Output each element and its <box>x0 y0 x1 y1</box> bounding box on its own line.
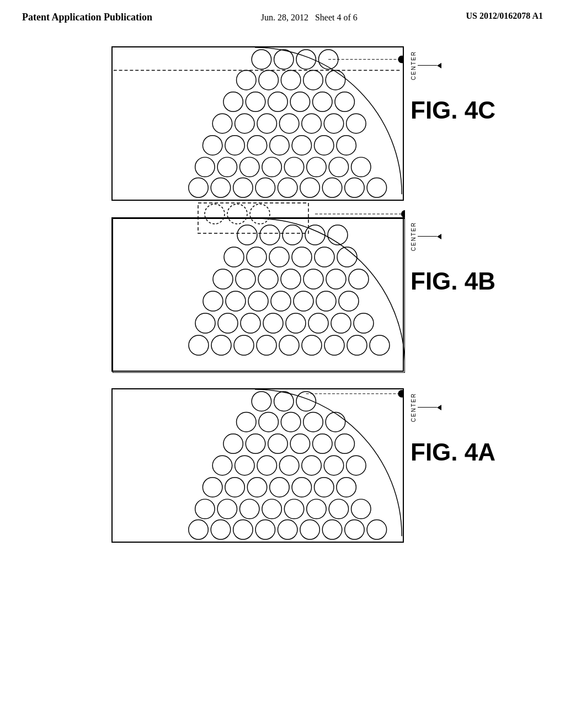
svg-point-77 <box>316 291 336 311</box>
svg-point-135 <box>211 520 230 539</box>
svg-point-117 <box>324 456 343 475</box>
publication-date: Jun. 28, 2012 Sheet 4 of 6 <box>261 11 358 24</box>
svg-point-142 <box>367 520 386 539</box>
svg-point-128 <box>239 499 259 518</box>
fig-4b-label: FIG. 4B <box>411 267 495 295</box>
svg-point-37 <box>351 157 371 176</box>
svg-point-122 <box>270 478 289 497</box>
svg-point-87 <box>189 335 209 355</box>
figure-4c-svg <box>113 47 403 200</box>
svg-point-63 <box>315 247 334 267</box>
svg-point-94 <box>347 335 367 355</box>
svg-point-83 <box>286 313 306 333</box>
svg-point-118 <box>347 456 366 475</box>
figure-4b-row: CENTER FIG. 4B <box>67 217 498 372</box>
svg-point-56 <box>282 225 302 245</box>
svg-point-98 <box>252 392 271 411</box>
svg-point-112 <box>212 456 232 475</box>
fig-4c-labels: CENTER FIG. 4C <box>411 46 495 124</box>
svg-point-11 <box>246 92 265 111</box>
svg-point-54 <box>237 225 257 245</box>
arrow-line-4a <box>418 407 437 408</box>
svg-point-27 <box>292 136 311 155</box>
svg-point-84 <box>308 313 328 333</box>
center-indicator-4c: CENTER <box>411 51 495 80</box>
svg-point-62 <box>292 247 312 267</box>
svg-point-8 <box>303 70 323 89</box>
svg-point-95 <box>370 335 390 355</box>
svg-point-50 <box>205 204 225 224</box>
svg-point-91 <box>279 335 299 355</box>
figure-4b-box <box>111 217 404 372</box>
svg-point-33 <box>262 157 281 176</box>
center-text-4b: CENTER <box>411 222 417 251</box>
svg-point-120 <box>225 478 244 497</box>
svg-point-115 <box>279 456 299 475</box>
svg-point-35 <box>307 157 326 176</box>
svg-point-86 <box>354 313 374 333</box>
figure-4a-box <box>111 388 404 543</box>
svg-point-51 <box>227 204 247 224</box>
svg-point-2 <box>274 50 294 69</box>
svg-point-15 <box>335 92 354 111</box>
svg-point-125 <box>337 478 356 497</box>
svg-point-38 <box>189 178 208 197</box>
svg-point-30 <box>195 157 215 176</box>
svg-point-26 <box>270 136 289 155</box>
figures-container: CENTER FIG. 4C <box>0 30 565 554</box>
svg-point-14 <box>313 92 332 111</box>
svg-point-80 <box>218 313 238 333</box>
svg-point-103 <box>281 412 300 431</box>
svg-point-76 <box>294 291 313 311</box>
svg-point-104 <box>303 412 323 431</box>
svg-point-18 <box>257 114 276 133</box>
svg-point-124 <box>315 478 334 497</box>
svg-point-89 <box>234 335 254 355</box>
svg-point-137 <box>255 520 275 539</box>
svg-point-106 <box>223 434 243 453</box>
svg-point-43 <box>300 178 319 197</box>
svg-point-61 <box>269 247 289 267</box>
arrow-head-4c <box>437 63 441 68</box>
svg-point-39 <box>211 178 230 197</box>
figure-4c-box <box>111 46 404 201</box>
svg-point-1 <box>252 50 271 69</box>
svg-point-55 <box>260 225 280 245</box>
center-text-4a: CENTER <box>411 393 417 422</box>
svg-point-133 <box>351 499 371 518</box>
svg-point-141 <box>345 520 364 539</box>
fig-4a-labels: CENTER FIG. 4A <box>411 388 495 466</box>
arrow-head-4a <box>437 405 441 410</box>
svg-point-10 <box>223 92 243 111</box>
center-text-4c: CENTER <box>411 51 417 80</box>
svg-point-123 <box>292 478 311 497</box>
svg-point-6 <box>259 70 278 89</box>
svg-point-114 <box>257 456 276 475</box>
center-indicator-4b: CENTER <box>411 222 495 251</box>
svg-point-16 <box>212 114 232 133</box>
svg-point-136 <box>233 520 253 539</box>
svg-point-93 <box>324 335 344 355</box>
svg-point-25 <box>247 136 266 155</box>
center-indicator-4a: CENTER <box>411 393 495 422</box>
svg-point-60 <box>247 247 266 267</box>
svg-point-129 <box>262 499 281 518</box>
fig-4a-label: FIG. 4A <box>411 438 495 466</box>
svg-point-90 <box>257 335 276 355</box>
publication-number: US 2012/0162078 A1 <box>466 11 543 21</box>
svg-point-116 <box>302 456 321 475</box>
svg-point-127 <box>217 499 237 518</box>
svg-point-59 <box>224 247 244 267</box>
svg-point-88 <box>211 335 231 355</box>
svg-point-102 <box>259 412 278 431</box>
svg-point-78 <box>339 291 359 311</box>
fig-4c-label: FIG. 4C <box>411 97 495 124</box>
svg-point-22 <box>347 114 366 133</box>
svg-point-12 <box>268 92 287 111</box>
svg-point-65 <box>213 269 233 289</box>
svg-point-113 <box>235 456 254 475</box>
svg-point-108 <box>268 434 287 453</box>
svg-point-97 <box>401 210 405 218</box>
svg-point-119 <box>202 478 222 497</box>
svg-point-7 <box>281 70 300 89</box>
